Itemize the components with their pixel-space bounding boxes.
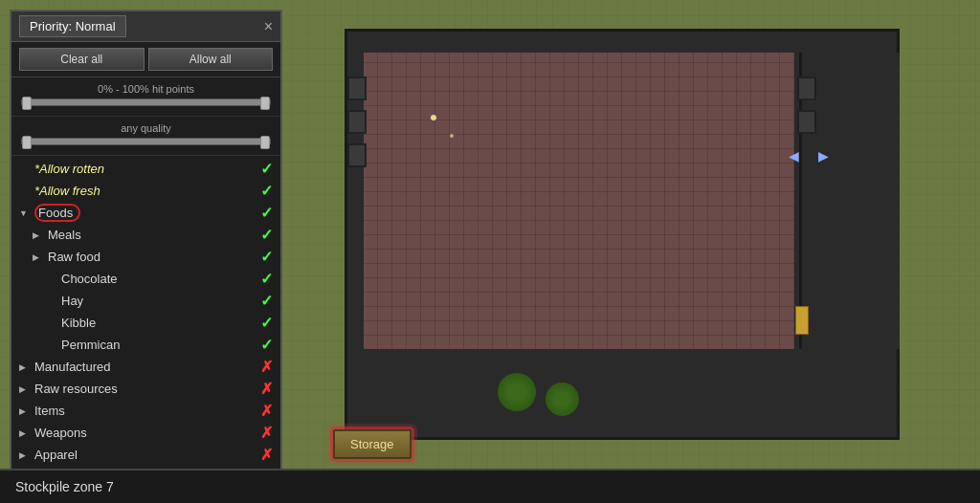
zone-label: Stockpile zone 7 <box>15 479 114 494</box>
check-icon-weapons: ✗ <box>260 424 273 442</box>
list-item-manufactured[interactable]: ▶Manufactured✗ <box>11 356 280 378</box>
list-item-weapons[interactable]: ▶Weapons✗ <box>11 422 280 444</box>
foods-circle-highlight: Foods <box>34 204 80 222</box>
cabinet-2 <box>347 110 367 134</box>
quality-slider-handle-left[interactable] <box>22 136 32 149</box>
building-floor <box>364 53 794 349</box>
quality-slider-track[interactable] <box>21 138 271 145</box>
arrow-icon-items: ▶ <box>19 406 31 416</box>
item-label-items: Items <box>34 404 260 418</box>
arrow-icon-apparel: ▶ <box>19 450 31 460</box>
arrow-icon-manufactured: ▶ <box>19 362 31 372</box>
hp-slider-handle-left[interactable] <box>22 97 32 110</box>
arrow-icon-raw-food: ▶ <box>33 252 44 262</box>
nav-arrow-left[interactable]: ◀ <box>789 148 799 164</box>
check-icon-foods: ✓ <box>260 204 273 222</box>
storage-button[interactable]: Storage <box>333 429 412 459</box>
item-label-apparel: Apparel <box>34 448 260 462</box>
list-item-raw-resources[interactable]: ▶Raw resources✗ <box>11 378 280 400</box>
quality-slider-handle-right[interactable] <box>260 136 270 149</box>
list-item-apparel[interactable]: ▶Apparel✗ <box>11 444 280 466</box>
list-item-allow-rotten[interactable]: *Allow rotten✓ <box>11 158 280 180</box>
item-label-foods: Foods <box>34 204 260 222</box>
storage-button-container: Storage <box>333 429 412 459</box>
cabinet-r2 <box>797 110 816 134</box>
arrow-icon-foods: ▼ <box>19 208 31 218</box>
arrow-icon-raw-resources: ▶ <box>19 384 31 394</box>
hp-slider-label: 0% - 100% hit points <box>21 83 271 95</box>
item-label-raw-resources: Raw resources <box>34 382 260 396</box>
item-label-raw-food: Raw food <box>48 250 260 264</box>
item-label-hay: Hay <box>61 294 260 308</box>
check-icon-allow-fresh: ✓ <box>260 182 273 200</box>
item-label-pemmican: Pemmican <box>61 338 260 352</box>
tree-2 <box>546 383 579 416</box>
panel-action-buttons: Clear all Allow all <box>11 42 280 77</box>
check-icon-raw-resources: ✗ <box>260 380 273 398</box>
check-icon-raw-food: ✓ <box>260 248 273 266</box>
check-icon-meals: ✓ <box>260 226 273 244</box>
cabinet-3 <box>347 143 367 167</box>
cabinet-1 <box>347 77 367 100</box>
list-item-pemmican[interactable]: Pemmican✓ <box>11 334 280 356</box>
item-label-allow-rotten: *Allow rotten <box>34 162 260 176</box>
cabinet-r1 <box>797 77 816 100</box>
item-label-manufactured: Manufactured <box>34 360 260 374</box>
item-label-chocolate: Chocolate <box>61 272 260 286</box>
status-bar: Stockpile zone 7 <box>0 469 980 503</box>
item-label-weapons: Weapons <box>34 426 260 440</box>
check-icon-kibble: ✓ <box>260 314 273 332</box>
panel-header: Priority: Normal × <box>11 11 280 42</box>
check-icon-hay: ✓ <box>260 292 273 310</box>
close-button[interactable]: × <box>264 18 273 35</box>
clear-all-button[interactable]: Clear all <box>19 48 145 71</box>
list-item-chocolate[interactable]: Chocolate✓ <box>11 268 280 290</box>
storage-filter-panel: Priority: Normal × Clear all Allow all 0… <box>10 10 282 473</box>
allow-all-button[interactable]: Allow all <box>148 48 274 71</box>
tree-1 <box>498 373 536 411</box>
check-icon-chocolate: ✓ <box>260 270 273 288</box>
arrow-icon-meals: ▶ <box>33 230 44 240</box>
quality-slider-fill <box>22 139 270 144</box>
check-icon-apparel: ✗ <box>260 446 273 464</box>
hp-slider-handle-right[interactable] <box>260 97 270 110</box>
nav-arrow-right[interactable]: ▶ <box>818 148 829 164</box>
check-icon-pemmican: ✓ <box>260 336 273 354</box>
item-label-kibble: Kibble <box>61 316 260 330</box>
arrow-icon-weapons: ▶ <box>19 428 31 438</box>
list-item-allow-fresh[interactable]: *Allow fresh✓ <box>11 180 280 202</box>
check-icon-allow-rotten: ✓ <box>260 160 273 178</box>
item-label-meals: Meals <box>48 228 260 242</box>
door <box>795 306 809 335</box>
list-item-foods[interactable]: ▼Foods✓ <box>11 202 280 224</box>
list-item-kibble[interactable]: Kibble✓ <box>11 312 280 334</box>
list-item-hay[interactable]: Hay✓ <box>11 290 280 312</box>
item-label-allow-fresh: *Allow fresh <box>34 184 260 198</box>
list-item-meals[interactable]: ▶Meals✓ <box>11 224 280 246</box>
quality-slider-container: any quality <box>11 117 280 156</box>
filter-item-list: *Allow rotten✓*Allow fresh✓▼Foods✓▶Meals… <box>11 156 280 471</box>
priority-badge[interactable]: Priority: Normal <box>19 15 126 37</box>
quality-slider-label: any quality <box>21 122 271 134</box>
check-icon-manufactured: ✗ <box>260 358 273 376</box>
hp-slider-container: 0% - 100% hit points <box>11 77 280 117</box>
hp-slider-fill <box>22 99 270 105</box>
list-item-items[interactable]: ▶Items✗ <box>11 400 280 422</box>
list-item-raw-food[interactable]: ▶Raw food✓ <box>11 246 280 268</box>
hp-slider-track[interactable] <box>21 98 271 106</box>
check-icon-items: ✗ <box>260 402 273 420</box>
particle <box>450 134 454 138</box>
particle <box>431 115 436 120</box>
